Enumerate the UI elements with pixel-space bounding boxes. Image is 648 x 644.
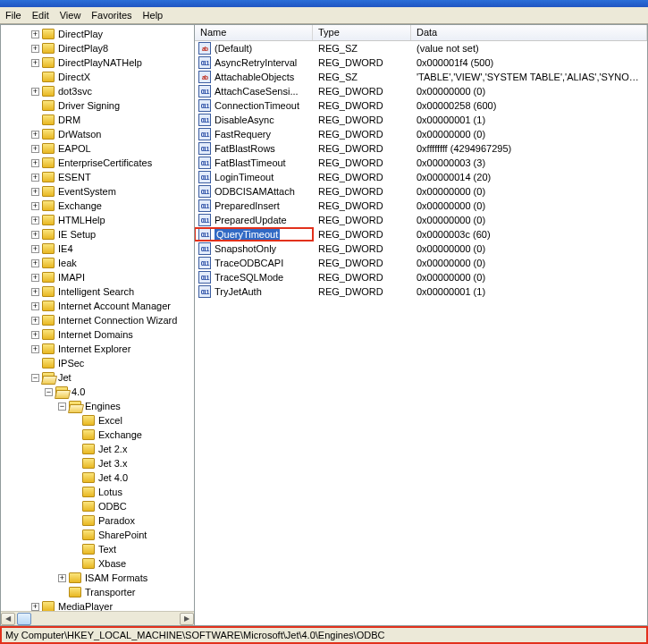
tree-item[interactable]: DirectX [4,70,194,84]
collapse-icon[interactable]: − [58,402,66,411]
list-row[interactable]: 011ConnectionTimeoutREG_DWORD0x00000258 … [195,98,647,113]
list-row[interactable]: 011PreparedInsertREG_DWORD0x00000000 (0) [195,199,647,213]
scroll-left-button[interactable]: ◀ [1,613,15,625]
expand-icon[interactable]: + [31,231,39,239]
expand-icon[interactable]: + [31,245,39,253]
scroll-track[interactable] [15,613,180,625]
expand-icon[interactable]: + [31,145,39,153]
list-row[interactable]: 011PreparedUpdateREG_DWORD0x00000000 (0) [195,213,647,227]
collapse-icon[interactable]: − [45,388,53,396]
tree-item[interactable]: SharePoint [4,528,194,542]
expand-icon[interactable]: + [31,259,39,267]
expand-icon[interactable]: + [31,331,39,339]
tree-item[interactable]: +DirectPlayNATHelp [4,55,194,70]
tree-item[interactable]: +ESENT [4,170,194,184]
status-bar: My Computer\HKEY_LOCAL_MACHINE\SOFTWARE\… [0,626,648,644]
expand-icon[interactable]: + [31,317,39,325]
tree-item[interactable]: Jet 3.x [4,456,194,470]
tree-item[interactable]: +EnterpriseCertificates [4,156,194,170]
column-header-data[interactable]: Data [411,25,647,40]
expand-icon[interactable]: + [31,188,39,196]
list-body[interactable]: ab(Default)REG_SZ(value not set)011Async… [195,41,647,625]
tree-item[interactable]: −Engines [4,399,194,413]
tree-item[interactable]: +Internet Explorer [4,342,194,356]
tree-item[interactable]: +IE4 [4,242,194,256]
tree-item[interactable]: Xbase [4,556,194,571]
expand-icon[interactable]: + [31,159,39,167]
list-row[interactable]: 011TraceSQLModeREG_DWORD0x00000000 (0) [195,270,647,284]
list-row[interactable]: 011LoginTimeoutREG_DWORD0x00000014 (20) [195,170,647,184]
expand-icon[interactable]: + [31,131,39,139]
tree-item[interactable]: +IMAPI [4,270,194,284]
tree-scroll[interactable]: +DirectPlay+DirectPlay8+DirectPlayNATHel… [1,25,194,611]
tree-item[interactable]: +Ieak [4,256,194,270]
scroll-thumb[interactable] [17,613,31,625]
tree-item[interactable]: ODBC [4,499,194,513]
tree-item[interactable]: Exchange [4,428,194,442]
list-row[interactable]: abAttachableObjectsREG_SZ'TABLE','VIEW',… [195,70,647,84]
tree-item[interactable]: +Intelligent Search [4,284,194,299]
expand-icon[interactable]: + [31,30,39,38]
scroll-right-button[interactable]: ▶ [180,613,194,625]
menu-favorites[interactable]: Favorites [91,10,131,21]
expand-icon[interactable]: + [31,174,39,182]
menu-view[interactable]: View [60,10,81,21]
tree-item[interactable]: +Exchange [4,199,194,213]
tree-item[interactable]: +Internet Account Manager [4,299,194,313]
tree-item[interactable]: +EAPOL [4,141,194,156]
tree-item[interactable]: +IE Setup [4,227,194,242]
tree-item[interactable]: Driver Signing [4,98,194,113]
list-row[interactable]: ab(Default)REG_SZ(value not set) [195,41,647,55]
expand-icon[interactable]: + [31,345,39,353]
tree-item[interactable]: Jet 4.0 [4,470,194,485]
expand-icon[interactable]: + [31,288,39,296]
tree-item[interactable]: +HTMLHelp [4,213,194,227]
expand-icon[interactable]: + [31,302,39,310]
list-row[interactable]: 011QueryTimeoutREG_DWORD0x0000003c (60) [195,227,647,242]
menu-help[interactable]: Help [143,10,164,21]
tree-item[interactable]: +ISAM Formats [4,571,194,585]
tree-item[interactable]: −Jet [4,370,194,385]
tree-item[interactable]: Text [4,542,194,556]
expand-icon[interactable]: + [31,603,39,611]
tree-item[interactable]: Excel [4,413,194,428]
list-row[interactable]: 011TryJetAuthREG_DWORD0x00000001 (1) [195,284,647,299]
list-row[interactable]: 011FatBlastRowsREG_DWORD0xffffffff (4294… [195,141,647,156]
tree-item[interactable]: Lotus [4,485,194,499]
tree-item[interactable]: +DirectPlay8 [4,41,194,55]
tree-hscrollbar[interactable]: ◀ ▶ [1,611,194,625]
tree-item[interactable]: +MediaPlayer [4,599,194,611]
tree-item[interactable]: +DrWatson [4,127,194,141]
expand-icon[interactable]: + [31,274,39,282]
collapse-icon[interactable]: − [31,374,39,382]
expand-icon[interactable]: + [58,574,66,582]
tree-item[interactable]: Jet 2.x [4,442,194,456]
tree-item[interactable]: +DirectPlay [4,27,194,41]
tree-item[interactable]: +dot3svc [4,84,194,98]
tree-item[interactable]: Paradox [4,513,194,528]
list-row[interactable]: 011DisableAsyncREG_DWORD0x00000001 (1) [195,113,647,127]
list-row[interactable]: 011AsyncRetryIntervalREG_DWORD0x000001f4… [195,55,647,70]
tree-item[interactable]: Transporter [4,585,194,599]
expand-icon[interactable]: + [31,202,39,210]
expand-icon[interactable]: + [31,45,39,53]
list-row[interactable]: 011FastRequeryREG_DWORD0x00000000 (0) [195,127,647,141]
expand-icon[interactable]: + [31,59,39,67]
list-row[interactable]: 011ODBCISAMAttachREG_DWORD0x00000000 (0) [195,184,647,199]
tree-item[interactable]: −4.0 [4,385,194,399]
expand-icon[interactable]: + [31,216,39,225]
list-row[interactable]: 011SnapshotOnlyREG_DWORD0x00000000 (0) [195,242,647,256]
list-row[interactable]: 011TraceODBCAPIREG_DWORD0x00000000 (0) [195,256,647,270]
expand-icon[interactable]: + [31,88,39,96]
tree-item[interactable]: DRM [4,113,194,127]
tree-item[interactable]: +EventSystem [4,184,194,199]
list-row[interactable]: 011FatBlastTimeoutREG_DWORD0x00000003 (3… [195,156,647,170]
menu-edit[interactable]: Edit [32,10,49,21]
tree-item[interactable]: +Internet Domains [4,327,194,342]
menu-file[interactable]: File [5,10,21,21]
tree-item[interactable]: +Internet Connection Wizard [4,313,194,327]
list-row[interactable]: 011AttachCaseSensi...REG_DWORD0x00000000… [195,84,647,98]
column-header-type[interactable]: Type [313,25,411,40]
column-header-name[interactable]: Name [195,25,313,40]
tree-item[interactable]: IPSec [4,356,194,370]
